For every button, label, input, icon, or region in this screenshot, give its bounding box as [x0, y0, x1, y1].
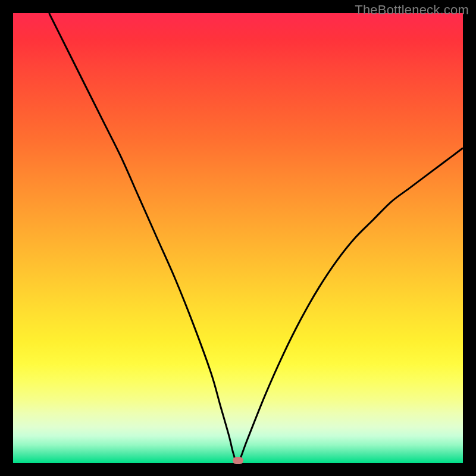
watermark-text: TheBottleneck.com [355, 2, 469, 18]
plot-area [13, 13, 463, 463]
optimal-marker [233, 457, 243, 464]
curve-path [49, 13, 463, 463]
bottleneck-curve [13, 13, 463, 463]
chart-frame: TheBottleneck.com [0, 0, 476, 476]
